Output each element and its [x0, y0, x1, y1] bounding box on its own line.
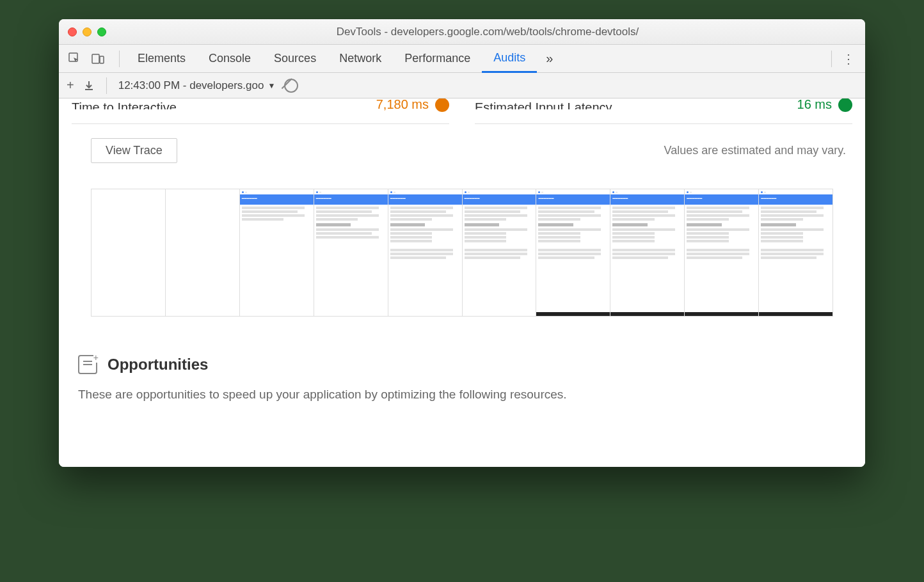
window-title: DevTools - developers.google.com/web/too…	[119, 26, 856, 38]
tab-sources[interactable]: Sources	[262, 45, 328, 73]
download-icon[interactable]	[83, 80, 95, 91]
svg-rect-0	[69, 53, 77, 61]
minimize-window-button[interactable]	[83, 28, 92, 36]
filmstrip-frame: ⋯ ▬▬▬▬▬▬	[759, 189, 832, 316]
filmstrip-frame: ⋯ ▬▬▬▬▬▬	[463, 189, 537, 316]
opportunities-description: These are opportunities to speed up your…	[78, 386, 846, 404]
clear-icon[interactable]	[284, 79, 298, 93]
tab-elements[interactable]: Elements	[126, 45, 197, 73]
filmstrip-frame: ⋯ ▬▬▬▬▬▬	[685, 189, 759, 316]
audit-run-dropdown[interactable]: 12:43:00 PM - developers.goo ▼	[118, 79, 276, 92]
filmstrip-frame: ⋯ ▬▬▬▬▬▬	[314, 189, 388, 316]
view-trace-button[interactable]: View Trace	[91, 138, 177, 163]
tab-audits[interactable]: Audits	[482, 45, 537, 73]
dropdown-arrow-icon: ▼	[267, 81, 275, 90]
filmstrip: ⋯ ▬▬▬▬▬▬ ⋯ ▬▬▬▬▬▬ ⋯ ▬▬▬▬▬▬ ⋯ ▬▬▬▬▬▬ ⋯	[91, 189, 833, 317]
tab-performance[interactable]: Performance	[393, 45, 482, 73]
metric-time-to-interactive: Time to Interactive 7,180 ms	[72, 98, 449, 124]
filmstrip-frame	[166, 189, 240, 316]
opportunities-section: Opportunities These are opportunities to…	[59, 336, 865, 417]
more-tabs-icon[interactable]: »	[537, 51, 562, 66]
audit-content: Time to Interactive 7,180 ms Estimated I…	[59, 98, 865, 467]
svg-rect-1	[92, 54, 99, 63]
metric-label: Estimated Input Latency	[475, 100, 612, 109]
filmstrip-frame: ⋯ ▬▬▬▬▬▬	[240, 189, 314, 316]
close-window-button[interactable]	[68, 28, 77, 36]
tab-network[interactable]: Network	[328, 45, 393, 73]
filmstrip-frame: ⋯ ▬▬▬▬▬▬	[536, 189, 610, 316]
metric-value: 7,180 ms	[376, 98, 449, 112]
opportunities-title: Opportunities	[108, 356, 208, 374]
filmstrip-frame	[92, 189, 166, 316]
opportunities-icon	[78, 355, 97, 374]
filmstrip-frame: ⋯ ▬▬▬▬▬▬	[610, 189, 685, 316]
status-dot-icon	[838, 98, 852, 112]
estimate-note: Values are estimated and may vary.	[664, 144, 846, 157]
dropdown-label: 12:43:00 PM - developers.goo	[118, 79, 264, 92]
status-dot-icon	[435, 98, 449, 112]
titlebar: DevTools - developers.google.com/web/too…	[59, 19, 865, 45]
new-audit-icon[interactable]: +	[67, 78, 74, 93]
inspect-element-icon[interactable]	[67, 51, 83, 67]
tab-console[interactable]: Console	[197, 45, 262, 73]
devtools-menu-icon[interactable]: ⋮	[838, 51, 857, 67]
maximize-window-button[interactable]	[97, 28, 106, 36]
trace-row: View Trace Values are estimated and may …	[59, 124, 865, 169]
metrics-row: Time to Interactive 7,180 ms Estimated I…	[59, 98, 865, 124]
devtools-window: DevTools - developers.google.com/web/too…	[59, 19, 865, 467]
metric-input-latency: Estimated Input Latency 16 ms	[475, 98, 852, 124]
metric-value: 16 ms	[797, 98, 852, 112]
svg-rect-2	[100, 56, 104, 63]
devtools-tabbar: Elements Console Sources Network Perform…	[59, 45, 865, 73]
device-toolbar-icon[interactable]	[90, 51, 106, 67]
filmstrip-frame: ⋯ ▬▬▬▬▬▬	[388, 189, 463, 316]
metric-label: Time to Interactive	[72, 100, 177, 109]
traffic-lights	[68, 28, 106, 36]
audits-toolbar: + 12:43:00 PM - developers.goo ▼	[59, 73, 865, 98]
